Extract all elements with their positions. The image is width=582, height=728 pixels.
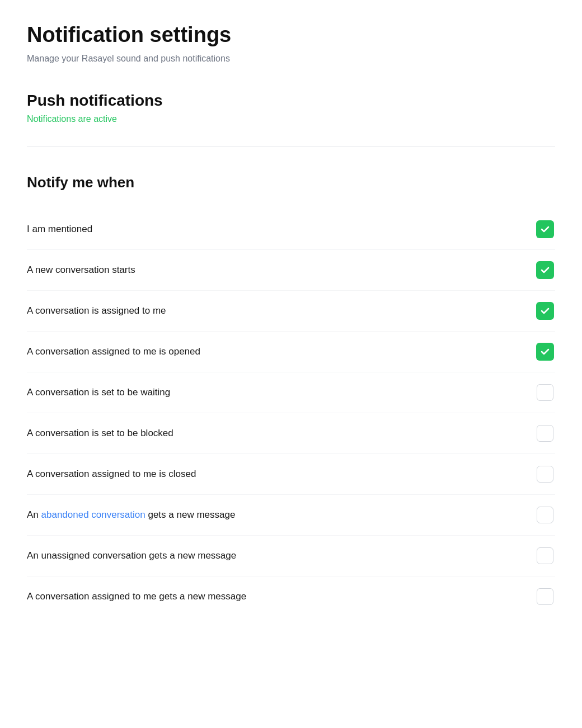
checkbox-unchecked-icon[interactable] — [537, 547, 553, 564]
notifications-status: Notifications are active — [27, 114, 555, 124]
notify-when-section: Notify me when I am mentioned A new conv… — [27, 174, 555, 617]
notification-label: A conversation is set to be waiting — [27, 387, 170, 398]
table-row: A conversation assigned to me is opened — [27, 332, 555, 372]
notify-when-title: Notify me when — [27, 174, 555, 191]
notification-label: A conversation is assigned to me — [27, 305, 166, 316]
checkbox-checked-icon[interactable] — [536, 302, 554, 320]
table-row: An unassigned conversation gets a new me… — [27, 536, 555, 576]
notification-checkbox-set-waiting[interactable] — [535, 382, 555, 403]
notification-label: I am mentioned — [27, 224, 92, 235]
notification-checkbox-new-conversation[interactable] — [535, 260, 555, 280]
label-text-after: gets a new message — [146, 509, 236, 520]
notification-label: An unassigned conversation gets a new me… — [27, 550, 236, 561]
push-notifications-section: Push notifications Notifications are act… — [27, 92, 555, 124]
table-row: A conversation is assigned to me — [27, 291, 555, 332]
notification-checkbox-assigned-new-message[interactable] — [535, 587, 555, 607]
notification-checkbox-set-blocked[interactable] — [535, 423, 555, 443]
notification-checkbox-assigned-to-me[interactable] — [535, 301, 555, 321]
checkbox-unchecked-icon[interactable] — [537, 588, 553, 605]
notification-label: A new conversation starts — [27, 264, 135, 276]
push-notifications-title: Push notifications — [27, 92, 555, 110]
table-row: A conversation assigned to me is closed — [27, 454, 555, 495]
checkbox-unchecked-icon[interactable] — [537, 384, 553, 401]
checkbox-checked-icon[interactable] — [536, 261, 554, 279]
table-row: A conversation is set to be blocked — [27, 413, 555, 454]
notification-checkbox-assigned-closed[interactable] — [535, 464, 555, 484]
notification-checkbox-mentioned[interactable] — [535, 219, 555, 239]
page-title: Notification settings — [27, 22, 555, 48]
checkbox-checked-icon[interactable] — [536, 220, 554, 238]
section-divider — [27, 146, 555, 147]
abandoned-conversation-link[interactable]: abandoned conversation — [41, 509, 146, 520]
table-row: A new conversation starts — [27, 250, 555, 291]
checkbox-unchecked-icon[interactable] — [537, 425, 553, 442]
notification-checkbox-abandoned[interactable] — [535, 505, 555, 525]
table-row: An abandoned conversation gets a new mes… — [27, 495, 555, 536]
checkbox-checked-icon[interactable] — [536, 343, 554, 361]
table-row: A conversation assigned to me gets a new… — [27, 576, 555, 617]
checkbox-unchecked-icon[interactable] — [537, 507, 553, 523]
table-row: I am mentioned — [27, 209, 555, 250]
notification-label: A conversation is set to be blocked — [27, 428, 173, 439]
page-subtitle: Manage your Rasayel sound and push notif… — [27, 54, 555, 64]
notification-label: A conversation assigned to me gets a new… — [27, 591, 246, 602]
checkbox-unchecked-icon[interactable] — [537, 466, 553, 483]
label-text-before: An — [27, 509, 41, 520]
notification-label: A conversation assigned to me is closed — [27, 469, 196, 480]
table-row: A conversation is set to be waiting — [27, 372, 555, 413]
notification-label-abandoned: An abandoned conversation gets a new mes… — [27, 509, 235, 521]
notification-checkbox-unassigned[interactable] — [535, 546, 555, 566]
notification-list: I am mentioned A new conversation starts — [27, 209, 555, 617]
notification-label: A conversation assigned to me is opened — [27, 346, 200, 357]
notification-checkbox-assigned-opened[interactable] — [535, 342, 555, 362]
